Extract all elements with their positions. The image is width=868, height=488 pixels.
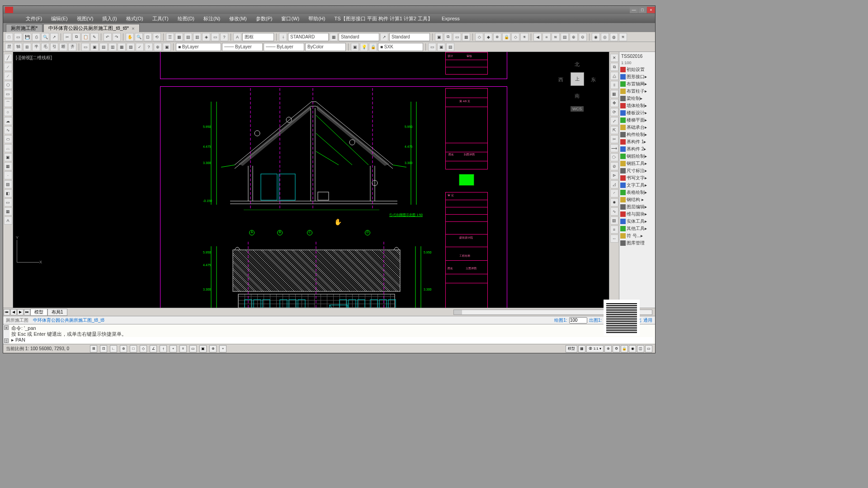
tssd-item[interactable]: 布置轴网▸ xyxy=(620,80,654,88)
block-icon[interactable]: ▦ xyxy=(4,162,12,170)
ts-break-icon[interactable]: 断 xyxy=(59,43,67,51)
misc3-icon[interactable]: ▤ xyxy=(446,43,454,51)
layer-match-icon[interactable]: ≋ xyxy=(552,33,560,41)
menu-format[interactable]: 格式(O) xyxy=(122,15,148,22)
dim-style-icon[interactable]: ⟊ xyxy=(279,33,287,41)
table-icon[interactable]: ▦ xyxy=(4,207,12,216)
tssd-item[interactable]: 钢筋工具▸ xyxy=(620,160,654,167)
layer-thaw-icon[interactable]: ☀ xyxy=(520,33,528,41)
color-dropdown[interactable]: ByColor xyxy=(305,43,346,51)
ts-wall-icon[interactable]: 毛 xyxy=(41,43,49,51)
menu-help[interactable]: 帮助(H) xyxy=(304,15,330,22)
menu-express[interactable]: Express xyxy=(437,16,464,21)
table-style-dropdown[interactable]: Standard xyxy=(339,33,379,41)
am-toggle[interactable]: + xyxy=(219,345,226,352)
tool-palette-icon[interactable]: ▤ xyxy=(184,33,192,41)
sheet-set-icon[interactable]: ▦ xyxy=(462,33,470,41)
menu-param[interactable]: 参数(P) xyxy=(251,15,277,22)
scale-icon[interactable]: ⤢ xyxy=(610,117,618,125)
tssd-item[interactable]: 实体工具▸ xyxy=(620,218,654,225)
qp-toggle[interactable]: ▣ xyxy=(199,345,207,352)
spline-icon[interactable]: ∿ xyxy=(4,126,12,134)
break-pt-icon[interactable]: ⧂ xyxy=(610,153,618,161)
viewcube-top[interactable]: 上 xyxy=(571,72,584,86)
lock-ui-icon[interactable]: 🔒 xyxy=(621,345,628,352)
layer-iso-icon[interactable]: ◇ xyxy=(475,33,483,41)
publish-icon[interactable]: ↗ xyxy=(50,33,58,41)
point-icon[interactable]: · xyxy=(4,171,12,179)
misc1-icon[interactable]: ▭ xyxy=(428,43,436,51)
tssd-item[interactable]: 基础承台▸ xyxy=(620,124,654,131)
table-style-icon[interactable]: ▦ xyxy=(330,33,338,41)
view-cube[interactable]: 北 南 西 东 上 WCS xyxy=(555,56,600,102)
tab-next-icon[interactable]: ▶ xyxy=(17,309,24,315)
viewcube-south[interactable]: 南 xyxy=(575,93,580,99)
tab-first-icon[interactable]: ⏮ xyxy=(4,309,10,315)
ortho-toggle[interactable]: ∟ xyxy=(110,345,117,352)
tssd-item[interactable]: 符 号...▸ xyxy=(620,232,654,239)
tssd-item[interactable]: 楼板设计▸ xyxy=(620,109,654,117)
trim-icon[interactable]: ✂ xyxy=(610,135,618,143)
xref-icon[interactable]: ⧉ xyxy=(444,33,452,41)
undo-icon[interactable]: ↶ xyxy=(104,33,112,41)
open-icon[interactable]: ▭ xyxy=(14,33,22,41)
offset-icon[interactable]: ⫴ xyxy=(610,81,618,89)
ts-tool9-icon[interactable]: ⊕ xyxy=(154,43,162,51)
new-icon[interactable]: □ xyxy=(5,33,13,41)
hatch-icon[interactable]: ▨ xyxy=(4,180,12,188)
pan-icon[interactable]: ✋ xyxy=(126,33,134,41)
layer-off-icon[interactable]: ◆ xyxy=(484,33,492,41)
layer-walk-icon[interactable]: ▤ xyxy=(561,33,569,41)
join-icon[interactable]: ⊳ xyxy=(610,171,618,179)
tssd-item[interactable]: 梁绘制▸ xyxy=(620,95,654,102)
mleader-style-icon[interactable]: ↗ xyxy=(380,33,388,41)
snap-toggle[interactable]: ⊞ xyxy=(90,345,97,352)
tssd-item[interactable]: 文字工具▸ xyxy=(620,182,654,189)
menu-draw[interactable]: 绘图(D) xyxy=(173,15,199,22)
tssd-item[interactable]: 布置柱子▸ xyxy=(620,88,654,95)
isolate-icon[interactable]: ◫ xyxy=(637,345,644,352)
ts-axis-icon[interactable]: 轴 xyxy=(14,43,22,51)
rotate-icon[interactable]: ⟳ xyxy=(610,108,618,116)
doc-tab-2[interactable]: 中环体育公园公共厕所施工图_t8_t8*× xyxy=(43,24,139,32)
match-icon[interactable]: ✎ xyxy=(90,33,99,41)
ducs-toggle[interactable]: ⟊ xyxy=(160,345,167,352)
tpy-toggle[interactable]: ▭ xyxy=(189,345,197,352)
line-icon[interactable]: ╱ xyxy=(4,54,12,62)
redo-icon[interactable]: ↷ xyxy=(113,33,121,41)
arc-icon[interactable]: ⌒ xyxy=(4,99,12,107)
mirror-icon[interactable]: ⧋ xyxy=(610,72,618,80)
block-edit-icon[interactable]: ▣ xyxy=(435,33,443,41)
material-icon[interactable]: ◍ xyxy=(610,33,618,41)
gradient-icon[interactable]: ◧ xyxy=(4,189,12,197)
linetype-dropdown[interactable]: ─── ByLayer xyxy=(222,43,263,51)
viewport-label[interactable]: [-][俯视][二维线框] xyxy=(16,55,52,61)
light-bulb-icon[interactable]: 💡 xyxy=(360,43,368,51)
tssd-item[interactable]: 钢结构 ▸ xyxy=(620,196,654,203)
drawing-canvas[interactable]: [-][俯视][二维线框] 设计审核 第 4/8 页图名剖面详图 审 定建筑设计… xyxy=(13,52,609,308)
ts-layer-icon[interactable]: 层 xyxy=(5,43,13,51)
region-icon[interactable]: ▭ xyxy=(4,198,12,206)
otrack-toggle[interactable]: ∠ xyxy=(150,345,157,352)
model-space-button[interactable]: 模型 xyxy=(566,345,577,352)
zoom-prev-icon[interactable]: ⟲ xyxy=(153,33,161,41)
tssd-item[interactable]: 墙体绘制▸ xyxy=(620,102,654,109)
anno-vis-icon[interactable]: ⊕ xyxy=(604,345,612,352)
insert-block-icon[interactable]: ▣ xyxy=(351,43,359,51)
xref-label-2[interactable]: 中环体育公园公共厕所施工图_t8_t8 xyxy=(33,317,104,324)
lwt-toggle[interactable]: ≡ xyxy=(179,345,187,352)
cut-icon[interactable]: ✂ xyxy=(63,33,71,41)
coordinates[interactable]: 当前比例 1: 100 56080, 7293, 0 xyxy=(6,346,87,352)
move-icon[interactable]: ✥ xyxy=(610,99,618,107)
xref-label-1[interactable]: 厕所施工图 xyxy=(6,317,28,324)
model-tab[interactable]: 模型 xyxy=(30,309,47,316)
clean-screen-icon[interactable]: ▭ xyxy=(645,345,652,352)
tssd-item[interactable]: 书写文字▸ xyxy=(620,174,654,182)
mleader-style-dropdown[interactable]: Standard xyxy=(389,33,430,41)
hardware-accel-icon[interactable]: ◉ xyxy=(629,345,636,352)
xline-icon[interactable]: ⟋ xyxy=(4,63,12,71)
erase-icon[interactable]: ✕ xyxy=(610,54,618,62)
preview-icon[interactable]: 🔍 xyxy=(41,33,49,41)
layer-dropdown[interactable]: ■ ByLayer xyxy=(176,43,221,51)
osnap-toggle[interactable]: □ xyxy=(130,345,137,352)
